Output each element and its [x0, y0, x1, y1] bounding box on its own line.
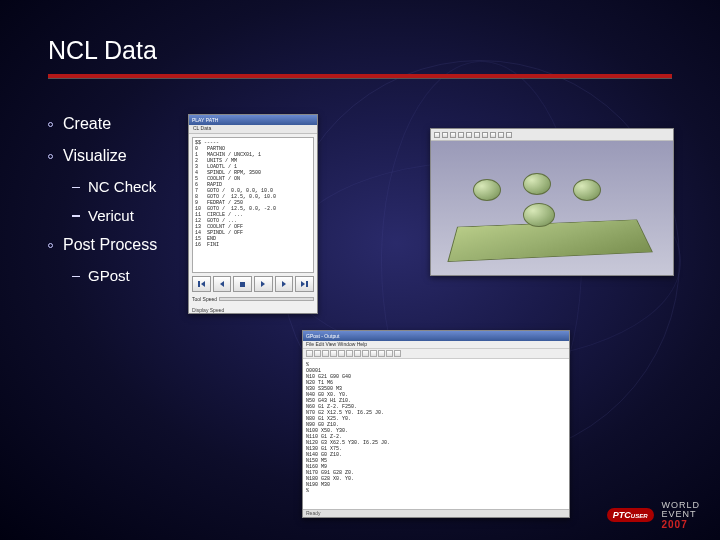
dash-icon: [72, 276, 80, 278]
bullet-icon: [48, 122, 53, 127]
dash-icon: [72, 215, 80, 217]
ptc-badge: PTCUSER: [607, 508, 654, 522]
bullet-label: Create: [63, 112, 111, 136]
gpost-toolbar: [303, 349, 569, 359]
toolbar-icon[interactable]: [498, 132, 504, 138]
gcode-listing: % O0001 N10 G21 G90 G40 N20 T1 M6 N30 S3…: [303, 359, 569, 509]
render-viewport[interactable]: [431, 141, 673, 275]
toolbar-icon[interactable]: [362, 350, 369, 357]
toolbar-icon[interactable]: [466, 132, 472, 138]
play-button[interactable]: [254, 276, 273, 292]
toolbar-icon[interactable]: [378, 350, 385, 357]
next-button[interactable]: [275, 276, 294, 292]
machined-plate: [447, 220, 653, 262]
bullet-list: Create Visualize NC Check Vericut Post P…: [48, 112, 208, 294]
speed-slider-row: Tool Speed: [192, 294, 314, 304]
toolbar-icon[interactable]: [458, 132, 464, 138]
toolbar-icon[interactable]: [394, 350, 401, 357]
bullet-create: Create: [48, 112, 208, 136]
toolbar-icon[interactable]: [306, 350, 313, 357]
toolbar-icon[interactable]: [474, 132, 480, 138]
toolbar-icon[interactable]: [506, 132, 512, 138]
stop-button[interactable]: [233, 276, 252, 292]
bullet-icon: [48, 243, 53, 248]
cl-code-listing: $$ ----- 0 PARTNO 1 MACHIN / UNCX01, 1 2…: [192, 137, 314, 273]
toolbar-icon[interactable]: [338, 350, 345, 357]
title-underline: [48, 74, 672, 78]
toolbar-icon[interactable]: [490, 132, 496, 138]
dash-icon: [72, 187, 80, 189]
speed-slider[interactable]: [219, 297, 314, 301]
menu-bar: File Edit View Window Help: [303, 341, 569, 349]
slide-title: NCL Data: [48, 36, 157, 65]
toolbar-icon[interactable]: [346, 350, 353, 357]
brand-sub: USER: [631, 513, 648, 519]
bullet-label: Post Process: [63, 233, 157, 257]
event-text: WORLD EVENT 2007: [662, 501, 701, 530]
subbullet-label: Vericut: [88, 205, 134, 228]
screenshot-gpost: GPost - Output File Edit View Window Hel…: [302, 330, 570, 518]
toolbar-icon[interactable]: [354, 350, 361, 357]
boss-feature: [523, 203, 555, 227]
ff-button[interactable]: [295, 276, 314, 292]
subbullet-label: GPost: [88, 265, 130, 288]
boss-feature: [573, 179, 601, 201]
toolbar-icon[interactable]: [482, 132, 488, 138]
screenshot-nc-check: [430, 128, 674, 276]
playback-controls: [192, 276, 314, 292]
bullet-icon: [48, 154, 53, 159]
bullet-label: Visualize: [63, 144, 127, 168]
bullet-visualize: Visualize: [48, 144, 208, 168]
tab-row: CL Data: [189, 125, 317, 134]
slider-label: Tool Speed: [192, 296, 217, 302]
toolbar-icon[interactable]: [386, 350, 393, 357]
toolbar-icon[interactable]: [314, 350, 321, 357]
brand: PTC: [613, 510, 631, 520]
toolbar-icon[interactable]: [450, 132, 456, 138]
rewind-button[interactable]: [192, 276, 211, 292]
prev-button[interactable]: [213, 276, 232, 292]
subbullet-label: NC Check: [88, 176, 156, 199]
window-titlebar: PLAY PATH: [189, 115, 317, 125]
play-footer: Display Speed: [192, 307, 314, 313]
event-logo: PTCUSER WORLD EVENT 2007: [607, 501, 700, 530]
render-toolbar: [431, 129, 673, 141]
screenshot-play-path: PLAY PATH CL Data $$ ----- 0 PARTNO 1 MA…: [188, 114, 318, 314]
status-bar: Ready: [303, 509, 569, 517]
window-titlebar: GPost - Output: [303, 331, 569, 341]
boss-feature: [473, 179, 501, 201]
toolbar-icon[interactable]: [442, 132, 448, 138]
bullet-postprocess: Post Process: [48, 233, 208, 257]
toolbar-icon[interactable]: [322, 350, 329, 357]
toolbar-icon[interactable]: [370, 350, 377, 357]
toolbar-icon[interactable]: [434, 132, 440, 138]
logo-year: 2007: [662, 520, 701, 531]
toolbar-icon[interactable]: [330, 350, 337, 357]
boss-feature: [523, 173, 551, 195]
